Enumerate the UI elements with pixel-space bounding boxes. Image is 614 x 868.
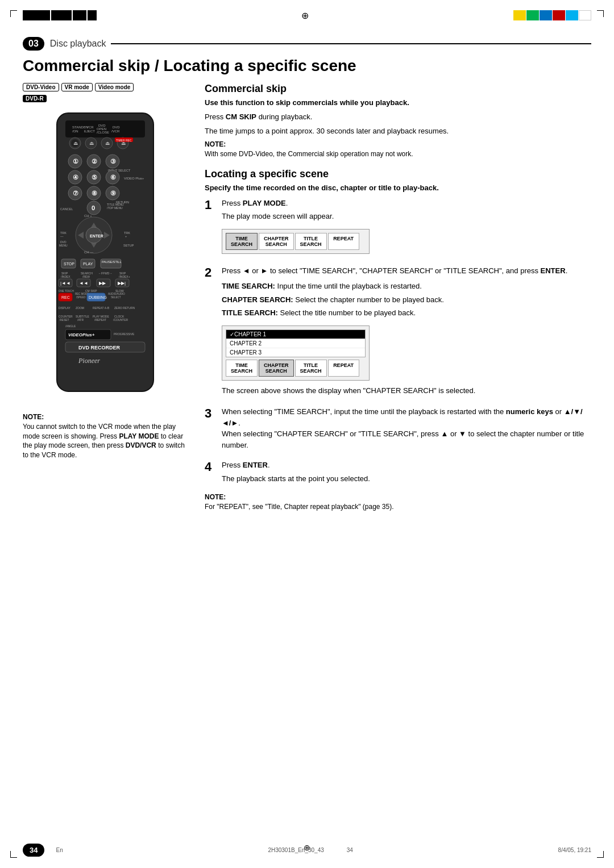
svg-text:VIDEOPlus+: VIDEOPlus+	[68, 332, 95, 337]
color-block-red	[553, 10, 565, 20]
color-block-white	[579, 10, 591, 20]
svg-text:MENU: MENU	[59, 244, 68, 247]
svg-text:/TOP MENU: /TOP MENU	[107, 206, 123, 210]
color-block-green	[526, 10, 539, 20]
svg-text:DVD RECORDER: DVD RECORDER	[78, 345, 121, 350]
svg-text:⑨: ⑨	[110, 190, 116, 197]
footer-center: 2H30301B_En_30_43 34	[268, 847, 353, 853]
top-block-1	[23, 10, 50, 20]
screen-cell-chapter-2: CHAPTERSEARCH	[259, 360, 294, 377]
top-block-2	[51, 10, 72, 20]
svg-text:④: ④	[73, 174, 78, 181]
svg-text:⑤: ⑤	[92, 174, 97, 181]
svg-text:⑥: ⑥	[110, 174, 116, 181]
step-3-text: When selecting "TIME SEARCH", input the …	[222, 406, 591, 450]
svg-text:/REW: /REW	[82, 275, 90, 278]
svg-text:ZERO RETURN: ZERO RETURN	[114, 306, 135, 310]
chapter-item-3: CHAPTER 3	[226, 348, 365, 357]
screen-box-1: TIMESEARCH CHAPTERSEARCH TITLESEARCH REP…	[222, 229, 370, 254]
chapter-item-1: ✓CHAPTER 1	[226, 330, 365, 339]
top-decorative-bar: ⊕	[23, 10, 591, 20]
svg-text:CANCEL: CANCEL	[60, 207, 73, 211]
screen-cell-repeat: REPEAT	[328, 233, 359, 250]
step-1-text1: Press PLAY MODE.	[222, 198, 591, 209]
screen-cell-repeat-2: REPEAT	[328, 360, 359, 377]
top-bar-center-mark: ⊕	[301, 10, 309, 21]
color-block-yellow	[513, 10, 526, 20]
time-search-text: Input the time until the playback is res…	[277, 282, 422, 290]
svg-text:⏏: ⏏	[105, 140, 110, 146]
commercial-skip-body2: The time jumps to a point approx. 30 sec…	[205, 126, 591, 137]
mode-badges-row2: DVD-R	[23, 95, 188, 102]
svg-text:RESET: RESET	[60, 318, 69, 322]
svg-text:/REPEAT: /REPEAT	[94, 318, 106, 322]
top-bar-blocks-left	[23, 10, 97, 20]
step-2-content: Press ◄ or ► to select "TIME SEARCH", "C…	[222, 265, 591, 400]
svg-text:⏏: ⏏	[89, 140, 94, 146]
commercial-skip-body1: Press CM SKIP during playback.	[205, 111, 591, 123]
remote-svg: STANDBY /ON VCR EJECT DVD OPEN /CLOSE DV…	[40, 110, 171, 406]
svg-text:/ATR: /ATR	[77, 318, 84, 322]
screen-cell-title-2: TITLESEARCH	[295, 360, 327, 377]
footer-right: 8/4/05, 19:21	[558, 847, 591, 853]
svg-text:PAUSE/STILL: PAUSE/STILL	[102, 260, 121, 264]
color-block-blue	[540, 10, 552, 20]
screen-cell-time-2: TIMESEARCH	[226, 360, 258, 377]
step-1-content: Press PLAY MODE. The play mode screen wi…	[222, 198, 591, 258]
svg-text:TIMER REC: TIMER REC	[116, 139, 132, 142]
chapter-search-label: CHAPTER SEARCH:	[222, 295, 293, 304]
right-column: Commercial skip Use this function to ski…	[205, 83, 591, 518]
left-note-label: NOTE:	[23, 413, 188, 421]
footer-date: 8/4/05, 19:21	[558, 847, 591, 853]
svg-text:/ANGLE: /ANGLE	[65, 324, 76, 328]
svg-text:③: ③	[110, 158, 116, 165]
step-4-num: 4	[205, 461, 217, 473]
step-4-text1: Press ENTER.	[222, 460, 591, 471]
svg-text:SELECT: SELECT	[111, 296, 121, 299]
svg-text:←FFWD→: ←FFWD→	[98, 272, 112, 275]
chapter-search-text: Select the chapter number to be played b…	[295, 295, 444, 304]
time-search-term: TIME SEARCH: Input the time until the pl…	[222, 281, 591, 292]
svg-text:STANDBY: STANDBY	[72, 126, 88, 129]
svg-text:CH —: CH —	[84, 251, 93, 254]
badge-dvd-video: DVD-Video	[23, 83, 59, 91]
svg-text:/SPEED: /SPEED	[76, 296, 86, 299]
svg-text:⑦: ⑦	[73, 190, 78, 197]
footer-left: 34 En	[23, 844, 63, 857]
chapter-header: 03 Disc playback	[23, 37, 591, 51]
chapter-list: ✓CHAPTER 1 CHAPTER 2 CHAPTER 3	[226, 329, 366, 357]
locating-section: Locating a specific scene Specify the ti…	[205, 168, 591, 512]
screen-row-1: TIMESEARCH CHAPTERSEARCH TITLESEARCH REP…	[226, 233, 366, 250]
svg-text:②: ②	[92, 158, 97, 165]
screen-row-2: TIMESEARCH CHAPTERSEARCH TITLESEARCH REP…	[226, 360, 366, 377]
svg-text:+: +	[125, 235, 127, 238]
top-block-4	[88, 10, 97, 20]
final-note: NOTE: For "REPEAT", see "Title, Chapter …	[205, 493, 591, 512]
svg-text:AUDIO/AUDIO: AUDIO/AUDIO	[108, 293, 125, 295]
svg-text:①: ①	[73, 158, 78, 165]
final-note-label: NOTE:	[205, 493, 591, 501]
final-note-text: For "REPEAT", see "Title, Chapter repeat…	[205, 502, 591, 512]
svg-text:DVD: DVD	[113, 126, 120, 129]
svg-text:VCR: VCR	[86, 126, 94, 129]
screen-2-caption: The screen above shows the display when …	[222, 385, 591, 397]
svg-text:DUBBING: DUBBING	[89, 295, 107, 299]
commercial-skip-subtitle: Use this function to skip commercials wh…	[205, 98, 591, 107]
chapter-number: 03	[23, 37, 44, 51]
svg-text:REPEAT A-B: REPEAT A-B	[93, 306, 110, 310]
chapter-item-2: CHAPTER 2	[226, 339, 365, 348]
chapter-search-term: CHAPTER SEARCH: Select the chapter numbe…	[222, 294, 591, 306]
svg-text:PLAY: PLAY	[83, 262, 93, 266]
svg-text:/CLOSE: /CLOSE	[97, 131, 109, 134]
svg-text:REC: REC	[61, 295, 70, 299]
svg-text:/COUNTER: /COUNTER	[113, 318, 128, 322]
svg-text:VIDEO Plus+: VIDEO Plus+	[124, 177, 144, 180]
svg-text:/ON: /ON	[72, 130, 78, 133]
svg-text:/INDEX: /INDEX	[61, 275, 70, 278]
svg-text:—: —	[60, 235, 64, 238]
step-4-text2: The playback starts at the point you sel…	[222, 473, 591, 485]
step-3-num: 3	[205, 407, 217, 420]
badge-dvd-r: DVD-R	[23, 95, 47, 102]
svg-text:⏏: ⏏	[73, 140, 78, 146]
step-3: 3 When selecting "TIME SEARCH", input th…	[205, 406, 591, 453]
